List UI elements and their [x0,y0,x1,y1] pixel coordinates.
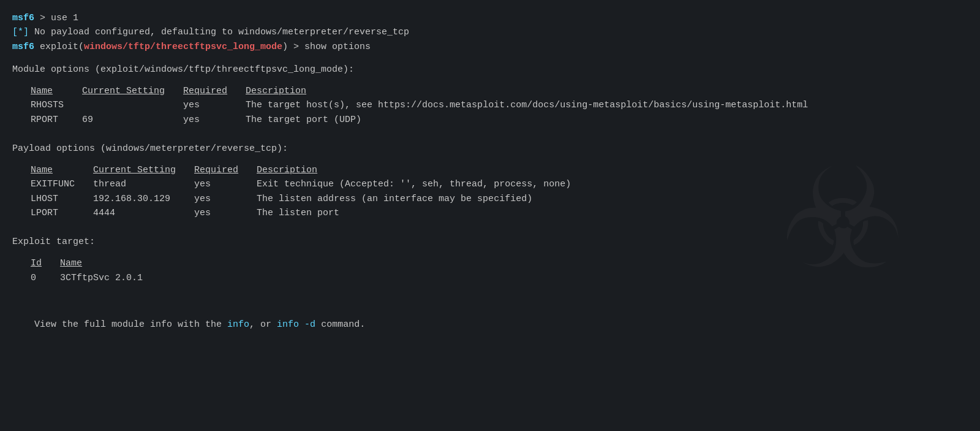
exitfunc-name: EXITFUNC [31,177,93,191]
info-link-1[interactable]: info [227,319,249,330]
lhost-required: yes [194,192,257,206]
table-row: EXITFUNC thread yes Exit technique (Acce… [31,177,589,191]
footer-line: View the full module info with the info,… [12,303,968,346]
lport-setting: 4444 [93,206,194,220]
rport-desc: The target port (UDP) [246,113,826,127]
col-header-desc-2: Description [257,163,589,177]
table-row: RHOSTS yes The target host(s), see https… [31,98,826,112]
table-row: LPORT 4444 yes The listen port [31,206,589,220]
col-header-setting-1: Current Setting [82,84,183,98]
table-row: LHOST 192.168.30.129 yes The listen addr… [31,192,589,206]
exploit-target-header: Exploit target: [12,235,968,249]
info-link-2[interactable]: info -d [277,319,315,330]
footer-suffix: command. [315,319,365,330]
col-header-required-2: Required [194,163,257,177]
lport-desc: The listen port [257,206,589,220]
exitfunc-setting: thread [93,177,194,191]
star-bracket: [*] [12,27,29,37]
target-id: 0 [31,271,60,285]
rhosts-required: yes [183,98,246,112]
module-options-table: Name Current Setting Required Descriptio… [31,84,826,127]
rhosts-name: RHOSTS [31,98,82,112]
payload-options-table: Name Current Setting Required Descriptio… [31,163,589,220]
command-text-1: > use 1 [34,13,78,23]
prompt-2: msf6 [12,42,34,52]
command-line-2: msf6 exploit(windows/tftp/threectftpsvc_… [12,40,968,54]
footer-middle: , or [249,319,277,330]
rport-required: yes [183,113,246,127]
module-options-header: Module options (exploit/windows/tftp/thr… [12,63,968,77]
info-text: No payload configured, defaulting to win… [29,27,409,37]
col-header-name-3: Name [60,256,161,270]
rport-name: RPORT [31,113,82,127]
lhost-name: LHOST [31,192,93,206]
col-header-setting-2: Current Setting [93,163,194,177]
col-header-name-1: Name [31,84,82,98]
exploit-prefix: exploit( [34,42,84,52]
terminal-window: msf6 > use 1 [*] No payload configured, … [0,0,980,357]
payload-options-header: Payload options (windows/meterpreter/rev… [12,142,968,156]
footer-prefix: View the full module info with the [34,319,227,330]
col-header-name-2: Name [31,163,93,177]
table-row: 0 3CTftpSvc 2.0.1 [31,271,161,285]
col-header-id: Id [31,256,60,270]
exitfunc-desc: Exit technique (Accepted: '', seh, threa… [257,177,589,191]
rhosts-setting [82,98,183,112]
lport-required: yes [194,206,257,220]
prompt-1: msf6 [12,13,34,23]
col-header-required-1: Required [183,84,246,98]
exploit-target-table: Id Name 0 3CTftpSvc 2.0.1 [31,256,161,285]
exploit-suffix: ) > show options [282,42,371,52]
col-header-desc-1: Description [246,84,826,98]
rhosts-desc: The target host(s), see https://docs.met… [246,98,826,112]
rport-setting: 69 [82,113,183,127]
command-line-1: msf6 > use 1 [12,11,968,25]
lhost-setting: 192.168.30.129 [93,192,194,206]
target-name: 3CTftpSvc 2.0.1 [60,271,161,285]
exitfunc-required: yes [194,177,257,191]
table-row: RPORT 69 yes The target port (UDP) [31,113,826,127]
info-line: [*] No payload configured, defaulting to… [12,25,968,39]
lport-name: LPORT [31,206,93,220]
lhost-desc: The listen address (an interface may be … [257,192,589,206]
exploit-path: windows/tftp/threectftpsvc_long_mode [84,42,282,52]
